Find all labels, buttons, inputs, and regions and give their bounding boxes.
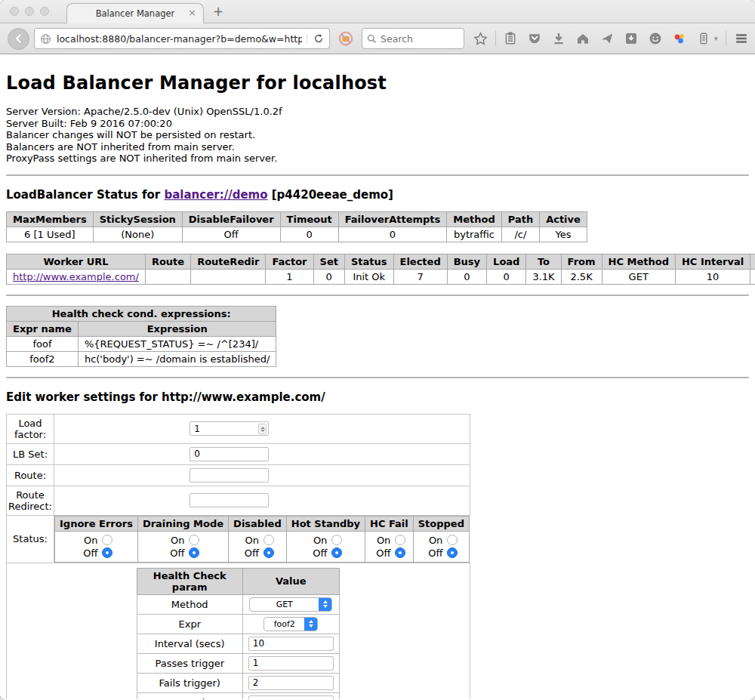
hc-row-hcuri: HC uri: [137, 692, 339, 699]
cell-timeout: 0: [280, 227, 338, 242]
expr-select[interactable]: foof2: [263, 617, 318, 631]
page-title: Load Balancer Manager for localhost: [6, 54, 749, 94]
radio-disabled-on[interactable]: [263, 535, 274, 545]
cell-elected: 7: [393, 269, 447, 284]
radio-hot-standby-on[interactable]: [331, 535, 342, 545]
route-input[interactable]: [190, 468, 269, 483]
select-stepper-icon: [304, 618, 317, 631]
clipboard-battery-icon[interactable]: [697, 32, 710, 45]
window-controls[interactable]: [10, 7, 49, 16]
number-spinner-icon[interactable]: [258, 424, 267, 434]
col-stickysession: StickySession: [93, 211, 182, 227]
status-label: Status:: [7, 515, 54, 563]
navigation-toolbar: localhost:8880/balancer-manager?b=demo&w…: [0, 23, 755, 54]
divider: [6, 294, 749, 296]
radio-disabled-off[interactable]: [263, 547, 274, 558]
col-active: Active: [540, 211, 587, 227]
chat-smiley-icon[interactable]: [649, 32, 662, 45]
status-table: Ignore Errors Draining Mode Disabled Hot…: [54, 516, 470, 563]
status-cell-disabled: On Off: [229, 531, 287, 562]
radio-on-label: On: [372, 534, 390, 547]
heading-text: LoadBalancer Status for: [6, 188, 164, 202]
status-radio-row: On Off On Off On Off: [55, 531, 470, 562]
interval-label: Interval (secs): [137, 634, 242, 653]
tab-close-icon[interactable]: ×: [188, 8, 196, 17]
download-icon[interactable]: [552, 32, 565, 45]
menu-icon[interactable]: [734, 31, 749, 46]
worker-url-link[interactable]: http://www.example.com/: [13, 271, 139, 282]
search-input[interactable]: [381, 33, 456, 45]
status-header-row: Ignore Errors Draining Mode Disabled Hot…: [55, 516, 470, 531]
hc-expr-title: Health check cond. expressions:: [7, 306, 276, 321]
url-bar[interactable]: localhost:8880/balancer-manager?b=demo&w…: [34, 28, 330, 49]
fails-label: Fails trigger): [137, 673, 242, 692]
table-header-row: Worker URL Route RouteRedir Factor Set S…: [7, 254, 755, 269]
search-field[interactable]: [362, 28, 464, 49]
col-hot-standby: Hot Standby: [286, 516, 365, 531]
reading-list-icon[interactable]: [504, 32, 517, 45]
radio-off-label: Off: [241, 547, 259, 560]
col-to: To: [526, 254, 561, 269]
cell-hc-method: GET: [602, 269, 675, 284]
cell-status: Init Ok: [344, 269, 393, 284]
radio-ignore-errors-off[interactable]: [102, 547, 112, 558]
cell-routeredir: [191, 269, 266, 284]
col-disabled: Disabled: [229, 516, 287, 531]
toolbar-buttons: ▾: [473, 31, 755, 46]
cell-hc-interval: 10: [675, 269, 750, 284]
new-tab-button[interactable]: +: [213, 4, 223, 19]
heading-text: [p4420eeae_demo]: [268, 188, 393, 202]
health-check-expressions-table: Health check cond. expressions: Expr nam…: [6, 306, 276, 367]
radio-ignore-errors-on[interactable]: [102, 535, 112, 545]
col-hc-method: HC Method: [602, 254, 675, 269]
balancer-demo-link[interactable]: balancer://demo: [164, 188, 267, 202]
passes-label: Passes trigger: [137, 653, 242, 673]
reload-button[interactable]: [307, 33, 324, 44]
radio-draining-mode-on[interactable]: [189, 535, 199, 545]
col-expr-name: Expr name: [7, 321, 79, 336]
radio-stopped-off[interactable]: [447, 547, 458, 558]
dropdown-caret-icon[interactable]: ▾: [714, 35, 718, 42]
back-button[interactable]: [8, 28, 29, 50]
pocket-icon[interactable]: [528, 32, 541, 45]
window-minimize-icon[interactable]: [25, 7, 34, 16]
fails-input[interactable]: [248, 676, 334, 690]
extension-dots-icon[interactable]: [673, 32, 686, 45]
cell-factor: 1: [266, 269, 313, 284]
balancer-status-table: MaxMembers StickySession DisableFailover…: [6, 211, 587, 242]
hc-row-interval: Interval (secs): [137, 634, 339, 653]
cell-load: 0: [487, 269, 526, 284]
method-select[interactable]: GET: [249, 597, 332, 612]
block-button[interactable]: [337, 30, 354, 47]
radio-hot-standby-off[interactable]: [331, 547, 342, 558]
save-box-icon[interactable]: [624, 32, 638, 45]
send-icon[interactable]: [600, 32, 614, 45]
reload-icon: [313, 33, 324, 44]
col-failoverattempts: FailoverAttempts: [338, 211, 447, 227]
col-hc-param: Health Check param: [137, 568, 242, 594]
hc-uri-input[interactable]: [248, 695, 334, 700]
tab-balancer-manager[interactable]: Balancer Manager ×: [66, 3, 204, 23]
col-method: Method: [447, 211, 501, 227]
radio-stopped-on[interactable]: [447, 535, 458, 545]
radio-draining-mode-off[interactable]: [189, 547, 199, 558]
hc-row-passes: Passes trigger: [137, 653, 339, 673]
home-icon[interactable]: [576, 32, 590, 45]
window-zoom-icon[interactable]: [40, 7, 49, 16]
radio-off-label: Off: [309, 547, 327, 560]
route-redirect-input[interactable]: [190, 493, 269, 507]
radio-hc-fail-on[interactable]: [395, 535, 405, 545]
url-text[interactable]: localhost:8880/balancer-manager?b=demo&w…: [57, 33, 302, 45]
load-factor-input[interactable]: [190, 421, 269, 436]
cell-passes: 1 (0): [750, 269, 755, 284]
lb-set-input[interactable]: [190, 447, 269, 461]
method-label: Method: [137, 594, 242, 614]
bookmark-star-icon[interactable]: [473, 32, 488, 46]
window-close-icon[interactable]: [10, 7, 19, 16]
radio-hc-fail-off[interactable]: [395, 547, 405, 558]
hc-header-row: Health Check param Value: [137, 568, 339, 594]
form-row-hc-params: Health Check param Value Method GET: [7, 563, 470, 699]
passes-input[interactable]: [248, 656, 334, 671]
col-passes: Passes: [750, 254, 755, 269]
interval-input[interactable]: [248, 637, 334, 651]
